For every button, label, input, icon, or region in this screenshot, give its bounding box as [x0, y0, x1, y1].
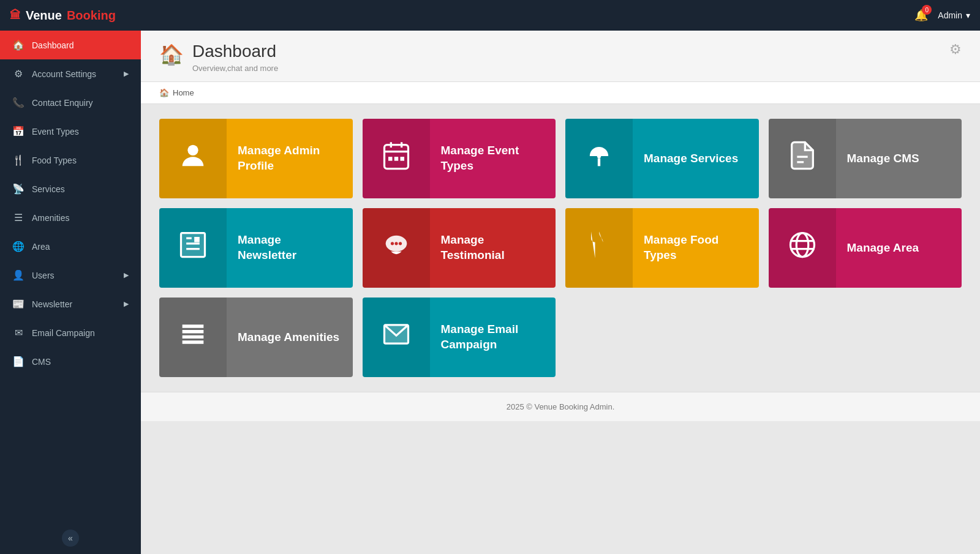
sidebar: 🏠 Dashboard ⚙ Account Settings ▶ 📞 Conta…	[0, 31, 141, 554]
card-manage-admin-profile[interactable]: Manage Admin Profile	[159, 119, 353, 198]
account-settings-icon: ⚙	[12, 68, 24, 80]
newsletter-label: Newsletter	[32, 299, 116, 309]
layout: 🏠 Dashboard ⚙ Account Settings ▶ 📞 Conta…	[0, 31, 980, 554]
area-icon: 🌐	[12, 241, 24, 252]
sidebar-item-amenities[interactable]: ☰ Amenities	[0, 203, 141, 232]
contact-enquiry-label: Contact Enquiry	[32, 98, 129, 108]
svg-point-8	[597, 154, 601, 158]
page-header-left: 🏠 Dashboard Overview,chat and more	[159, 42, 278, 73]
page-header-icon: 🏠	[159, 43, 184, 66]
manage-testimonial-icon-area	[363, 208, 430, 288]
page-header: 🏠 Dashboard Overview,chat and more ⚙	[141, 31, 980, 82]
manage-testimonial-label: Manage Testimonial	[430, 233, 556, 263]
page-title: Dashboard	[192, 42, 278, 61]
area-label: Area	[32, 242, 129, 252]
account-settings-arrow-icon: ▶	[124, 70, 129, 78]
manage-cms-icon-area	[769, 119, 836, 198]
users-label: Users	[32, 271, 116, 280]
notification-bell[interactable]: 🔔 0	[914, 9, 928, 22]
manage-email-campaign-icon-area	[363, 298, 430, 377]
newsletter-icon: 📰	[12, 298, 24, 310]
users-icon: 👤	[12, 269, 24, 281]
account-settings-label: Account Settings	[32, 69, 116, 79]
manage-cms-label: Manage CMS	[836, 151, 962, 167]
svg-point-19	[394, 242, 398, 245]
manage-services-label: Manage Services	[633, 151, 759, 167]
manage-area-icon	[786, 229, 818, 268]
services-icon: 📡	[12, 183, 24, 195]
cms-label: CMS	[32, 357, 129, 367]
sidebar-collapse-button[interactable]: «	[62, 530, 79, 547]
sidebar-item-newsletter[interactable]: 📰 Newsletter ▶	[0, 290, 141, 318]
admin-menu[interactable]: Admin ▾	[938, 10, 970, 20]
svg-rect-7	[400, 157, 404, 160]
notification-badge: 0	[922, 5, 932, 15]
manage-event-types-icon	[380, 140, 412, 178]
amenities-label: Amenities	[32, 213, 129, 223]
sidebar-item-event-types[interactable]: 📅 Event Types	[0, 117, 141, 146]
event-types-icon: 📅	[12, 125, 24, 137]
manage-food-types-icon	[583, 229, 615, 268]
manage-services-icon-area	[565, 119, 633, 198]
card-manage-newsletter[interactable]: Manage Newsletter	[159, 208, 353, 288]
settings-icon[interactable]: ⚙	[949, 42, 962, 58]
sidebar-item-account-settings[interactable]: ⚙ Account Settings ▶	[0, 59, 141, 88]
sidebar-item-food-types[interactable]: 🍴 Food Types	[0, 146, 141, 174]
users-arrow-icon: ▶	[124, 271, 129, 279]
manage-event-types-icon-area	[363, 119, 430, 198]
sidebar-item-dashboard[interactable]: 🏠 Dashboard	[0, 31, 141, 59]
svg-rect-6	[394, 157, 398, 160]
manage-cms-icon	[786, 140, 818, 178]
card-manage-testimonial[interactable]: Manage Testimonial	[363, 208, 556, 288]
svg-rect-12	[181, 233, 205, 256]
svg-point-18	[390, 242, 393, 245]
card-manage-services[interactable]: Manage Services	[565, 119, 759, 198]
svg-rect-5	[388, 157, 393, 160]
manage-admin-profile-icon	[177, 140, 209, 178]
card-manage-email-campaign[interactable]: Manage Email Campaign	[363, 298, 556, 377]
dashboard-cards-grid: Manage Admin Profile Manage Event Types …	[141, 104, 980, 392]
dashboard-label: Dashboard	[32, 40, 129, 50]
manage-amenities-label: Manage Amenities	[227, 330, 353, 345]
brand-booking-label: Booking	[67, 9, 116, 23]
manage-food-types-icon-area	[565, 208, 633, 288]
email-campaign-icon: ✉	[12, 327, 24, 339]
manage-email-campaign-icon	[380, 318, 412, 357]
manage-newsletter-label: Manage Newsletter	[227, 233, 353, 263]
topbar: 🏛 Venue Booking 🔔 0 Admin ▾	[0, 0, 980, 31]
svg-rect-1	[384, 144, 408, 168]
manage-services-icon	[583, 140, 615, 178]
svg-point-0	[187, 144, 198, 155]
food-types-label: Food Types	[32, 155, 129, 165]
card-manage-event-types[interactable]: Manage Event Types	[363, 119, 556, 198]
sidebar-item-cms[interactable]: 📄 CMS	[0, 347, 141, 376]
sidebar-item-users[interactable]: 👤 Users ▶	[0, 261, 141, 290]
card-manage-cms[interactable]: Manage CMS	[769, 119, 962, 198]
sidebar-item-contact-enquiry[interactable]: 📞 Contact Enquiry	[0, 88, 141, 117]
manage-testimonial-icon	[380, 229, 412, 268]
manage-amenities-icon-area	[159, 298, 227, 377]
card-manage-food-types[interactable]: Manage Food Types	[565, 208, 759, 288]
email-campaign-label: Email Campaign	[32, 328, 129, 338]
food-types-icon: 🍴	[12, 154, 24, 166]
manage-amenities-icon	[177, 318, 209, 357]
manage-event-types-label: Manage Event Types	[430, 143, 556, 173]
sidebar-item-email-campaign[interactable]: ✉ Email Campaign	[0, 318, 141, 347]
event-types-label: Event Types	[32, 127, 129, 137]
sidebar-item-area[interactable]: 🌐 Area	[0, 232, 141, 261]
newsletter-arrow-icon: ▶	[124, 300, 129, 308]
card-manage-area[interactable]: Manage Area	[769, 208, 962, 288]
chevron-down-icon: ▾	[966, 10, 970, 20]
home-breadcrumb-icon: 🏠	[159, 88, 169, 97]
manage-food-types-label: Manage Food Types	[633, 233, 759, 263]
breadcrumb-label: Home	[173, 88, 194, 97]
manage-newsletter-icon	[177, 229, 209, 268]
sidebar-item-services[interactable]: 📡 Services	[0, 174, 141, 203]
breadcrumb: 🏠 Home	[141, 82, 980, 104]
sidebar-collapse: «	[0, 522, 141, 554]
topbar-right: 🔔 0 Admin ▾	[914, 9, 970, 22]
svg-point-22	[790, 233, 814, 256]
card-manage-amenities[interactable]: Manage Amenities	[159, 298, 353, 377]
brand: 🏛 Venue Booking	[10, 9, 116, 23]
brand-venue-label: Venue	[26, 9, 62, 23]
